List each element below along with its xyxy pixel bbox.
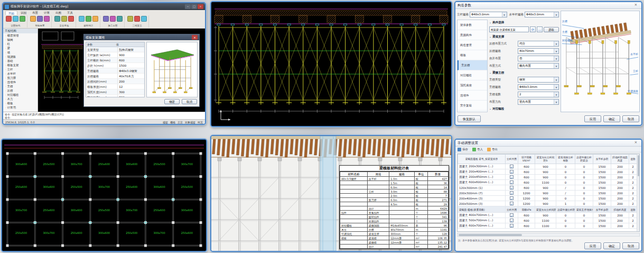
grid-cell[interactable]: 600 — [518, 185, 535, 191]
grid-cell[interactable]: 600 — [518, 213, 535, 218]
grid-cell[interactable]: 200 — [611, 223, 629, 229]
grid-cell[interactable]: 1500 — [593, 223, 611, 229]
vertical-scrollbar[interactable] — [637, 154, 639, 231]
ribbon-icon[interactable] — [86, 16, 91, 22]
grid-cell[interactable]: 200 — [611, 164, 629, 169]
tree-item[interactable]: ·次楞 — [3, 88, 38, 93]
property-value[interactable]: 1500 — [117, 63, 144, 68]
tree-item[interactable]: ·墙 — [3, 50, 38, 55]
grid-cell[interactable]: 1 — [556, 201, 575, 206]
grid-cell[interactable]: 200 — [611, 180, 629, 185]
property-value[interactable]: 900 — [117, 52, 144, 57]
dropdown[interactable]: 均分▾ — [518, 41, 559, 47]
close-icon[interactable]: × — [632, 140, 639, 146]
tree-item[interactable]: ·木方 — [3, 97, 38, 101]
grid-cell[interactable]: 0 — [556, 218, 575, 223]
grid-cell[interactable]: 0 — [575, 180, 593, 185]
dropdown[interactable]: Φ48x3.0mm▾ — [518, 84, 559, 90]
grid-cell[interactable]: 1500 — [593, 196, 611, 201]
checkbox[interactable]: ✓ — [510, 180, 514, 184]
nav-item[interactable]: 顶托底座 — [458, 80, 487, 91]
tree-item[interactable]: ·基础 — [3, 59, 38, 63]
grid-cell[interactable]: 1200 — [518, 191, 535, 196]
ribbon-icon[interactable] — [44, 16, 50, 22]
checkbox[interactable]: ✓ — [510, 196, 514, 200]
grid-cell[interactable]: 600 — [518, 180, 535, 185]
grid-cell[interactable]: 0 — [575, 201, 593, 206]
status-toggle[interactable]: 正交 — [178, 121, 183, 124]
tree-item[interactable]: ·主楞 — [3, 84, 38, 88]
grid-cell[interactable]: 900 — [535, 164, 556, 169]
ok-button[interactable]: 确定 — [164, 99, 180, 104]
ribbon-icon[interactable] — [134, 16, 140, 22]
nav-item[interactable]: 连墙件 — [458, 91, 487, 101]
group-header[interactable]: ⌄梁侧主楞 — [489, 70, 559, 75]
grid-row[interactable]: 混凝土 600x700mm (...)✓60011000015002002 — [458, 223, 637, 229]
grid-row[interactable]: 混凝土 400x700mm (...)✓6009000015002002 — [458, 213, 637, 218]
grid-row[interactable]: 混凝土 200x400mm (...)✓6009000015002002 — [458, 169, 637, 175]
dropdown[interactable]: 钢管▾ — [518, 77, 559, 83]
ribbon-tab[interactable]: 开始 — [5, 11, 17, 15]
ok-button[interactable]: 确定 — [603, 115, 620, 122]
tree-item[interactable]: ·轴网 — [3, 38, 38, 42]
grid-cell[interactable]: 1100 — [535, 218, 556, 223]
scrollbar-thumb[interactable] — [638, 155, 639, 176]
property-value[interactable]: 600 — [117, 58, 144, 62]
grid-cell[interactable]: 1500 — [593, 213, 611, 218]
restore-defaults-button[interactable]: 恢复默认 — [458, 115, 481, 122]
dialog-titlebar[interactable]: 模板支架属性 × — [84, 34, 199, 40]
grid-cell[interactable]: 1500 — [593, 180, 611, 185]
ribbon-icon[interactable] — [13, 16, 18, 22]
grid-cell[interactable]: 0 — [556, 196, 575, 201]
grid-cell[interactable]: 200 — [611, 196, 629, 201]
grid-cell[interactable]: 2 — [629, 169, 637, 175]
grid-cell[interactable]: 600 — [518, 218, 535, 223]
grid-row[interactable]: 200x500mm (3)✓12009001015002002 — [458, 201, 637, 206]
tree-item[interactable]: ·模板 — [3, 101, 38, 105]
ribbon-icon[interactable] — [117, 16, 123, 22]
grid-cell[interactable]: 200 — [611, 191, 629, 196]
group-header[interactable]: ⌄对拉螺栓 — [489, 106, 559, 111]
grid-cell[interactable]: 2 — [629, 164, 637, 169]
grid-cell[interactable]: 600 — [518, 223, 535, 229]
ribbon-icon[interactable] — [20, 16, 25, 22]
close-button[interactable]: × — [198, 4, 203, 9]
nav-item[interactable]: 模板 — [458, 50, 487, 60]
grid-cell[interactable]: 1500 — [593, 164, 611, 169]
grid-cell[interactable]: 1100 — [535, 223, 556, 229]
property-value[interactable]: 200 — [117, 95, 144, 97]
grid-cell[interactable]: 1100 — [535, 180, 556, 185]
minimize-button[interactable]: ─ — [185, 4, 191, 9]
grid-cell[interactable]: 2 — [629, 196, 637, 201]
grid-cell[interactable]: 0 — [556, 175, 575, 180]
ribbon-icon[interactable] — [110, 16, 116, 22]
grid-cell[interactable]: 600 — [518, 175, 535, 180]
grid-cell[interactable]: 0 — [575, 196, 593, 201]
nav-item[interactable]: 悬挑构件 — [458, 30, 487, 40]
ribbon-tab[interactable]: 出图 — [53, 11, 64, 15]
tree-item[interactable]: ·对拉螺栓 — [3, 93, 38, 97]
grid-cell[interactable]: 2 — [629, 218, 637, 223]
nav-item[interactable]: 构造要求 — [458, 40, 487, 50]
close-icon[interactable]: × — [192, 35, 198, 40]
horizontal-scrollbar[interactable] — [457, 233, 640, 237]
checkbox[interactable]: ✓ — [510, 202, 514, 205]
grid-cell[interactable]: 200 — [611, 218, 629, 223]
ribbon-icon[interactable] — [37, 16, 43, 22]
grid-row[interactable]: 混凝土 500x700mm (...)✓60011000015002002 — [458, 218, 637, 223]
property-value[interactable]: 200 — [117, 79, 144, 84]
grid-cell[interactable]: 0 — [575, 223, 593, 229]
preview-3d[interactable]: 次楞主楞对拉螺栓水平杆立杆可调底座 — [561, 11, 640, 112]
checkbox[interactable]: ✓ — [510, 219, 514, 222]
dropdown[interactable]: 竖向布置▾ — [518, 99, 559, 105]
beam-plan-drawing[interactable]: 300x600250x600300x700250x500250x500300x6… — [2, 140, 206, 251]
checkbox[interactable]: ✓ — [510, 170, 514, 174]
dropdown[interactable]: 40x70mm▾ — [518, 48, 559, 54]
checkbox[interactable]: ✓ — [510, 224, 514, 228]
group-header[interactable]: ⌄梁底支撑 — [489, 34, 559, 39]
refresh-icon[interactable]: ⟳ — [530, 26, 536, 32]
close-icon[interactable]: × — [632, 3, 639, 8]
section-header[interactable]: ⌄构件选择 — [489, 20, 559, 25]
grid-cell[interactable]: 0 — [556, 223, 575, 229]
ribbon-icon[interactable] — [68, 16, 74, 22]
